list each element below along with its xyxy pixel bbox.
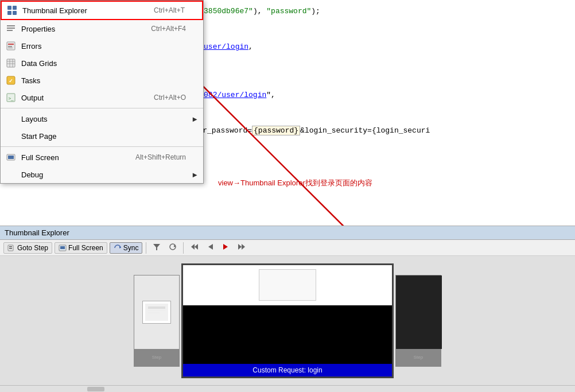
prev-button[interactable] — [204, 242, 217, 254]
filter-icon — [153, 243, 161, 251]
skip-back-button[interactable] — [187, 242, 202, 254]
menu-item-tasks[interactable]: ✓ Tasks — [1, 72, 203, 89]
panel-full-screen-label: Full Screen — [68, 244, 103, 252]
horizontal-scrollbar[interactable] — [0, 385, 575, 392]
toolbar-sep-1 — [146, 242, 146, 254]
menu-item-output[interactable]: >_ Output Ctrl+Alt+O — [1, 89, 203, 106]
panel-toolbar: Goto Step Full Screen Sync — [0, 240, 575, 256]
sync-label: Sync — [123, 244, 139, 252]
fullscreen-icon — [5, 152, 17, 163]
errors-icon — [5, 40, 17, 52]
svg-text:>_: >_ — [8, 96, 14, 101]
svg-marker-30 — [153, 244, 160, 250]
svg-rect-12 — [8, 48, 13, 48]
svg-rect-10 — [8, 44, 14, 45]
thumbnail-area: Step Custom Request: login Step — [0, 256, 575, 385]
annotation-text: view→Thumbnail Explorer找到登录页面的内容 — [218, 178, 372, 188]
svg-rect-25 — [9, 246, 12, 247]
properties-shortcut: Ctrl+Alt+F4 — [151, 25, 186, 33]
play-icon — [222, 243, 229, 251]
svg-rect-2 — [7, 6, 11, 10]
debug-label: Debug — [21, 170, 186, 179]
thumbnail-label: Custom Request: login — [183, 364, 392, 377]
sync-icon — [114, 244, 122, 252]
menu-item-full-screen[interactable]: Full Screen Alt+Shift+Return — [1, 149, 203, 166]
main-thumbnail[interactable]: Custom Request: login — [181, 263, 394, 378]
start-page-label: Start Page — [21, 132, 186, 141]
thumb-mini-right[interactable]: Step — [395, 275, 441, 367]
layouts-icon — [5, 113, 17, 125]
menu-item-properties[interactable]: Properties Ctrl+Alt+F4 — [1, 20, 203, 37]
goto-step-label: Goto Step — [17, 244, 48, 252]
panel-full-screen-button[interactable]: Full Screen — [55, 242, 107, 254]
full-screen-label: Full Screen — [21, 153, 135, 162]
svg-rect-23 — [8, 156, 14, 159]
layouts-label: Layouts — [21, 115, 186, 123]
separator-1 — [1, 108, 203, 108]
menu-item-errors[interactable]: Errors — [1, 37, 203, 55]
full-screen-shortcut: Alt+Shift+Return — [135, 153, 186, 161]
panel-title-bar: Thumbnail Explorer — [0, 226, 575, 240]
thumb-mini-bottom-left: Step — [134, 349, 179, 366]
thumb-mini-inner-left — [142, 301, 171, 324]
menu-item-debug[interactable]: Debug ► — [1, 166, 203, 183]
thumb-mini-top-left — [134, 275, 179, 349]
thumb-mini-left[interactable]: Step — [134, 275, 180, 367]
svg-marker-33 — [195, 244, 198, 250]
errors-label: Errors — [21, 42, 186, 51]
svg-rect-4 — [7, 11, 11, 15]
menu-item-start-page[interactable]: Start Page — [1, 127, 203, 145]
layouts-submenu-arrow: ► — [191, 115, 199, 123]
separator-2 — [1, 146, 203, 147]
svg-rect-5 — [13, 11, 17, 15]
dropdown-menu: Thumbnail Explorer Ctrl+Alt+T Properties… — [0, 0, 204, 184]
start-page-icon — [5, 130, 17, 142]
svg-rect-3 — [13, 6, 17, 10]
thumb-mini-right-content — [396, 275, 442, 349]
svg-rect-11 — [8, 46, 12, 47]
bottom-panel: Thumbnail Explorer Goto Step Full Screen — [0, 226, 575, 392]
filter-button[interactable] — [150, 242, 164, 254]
svg-rect-7 — [7, 28, 15, 29]
properties-icon — [5, 23, 17, 34]
properties-label: Properties — [21, 25, 151, 33]
output-label: Output — [21, 94, 154, 102]
output-shortcut: Ctrl+Alt+O — [154, 94, 186, 102]
svg-rect-40 — [148, 310, 165, 311]
debug-icon — [5, 169, 17, 180]
panel-title: Thumbnail Explorer — [5, 228, 69, 237]
scrollbar-thumb[interactable] — [87, 387, 104, 391]
svg-text:✓: ✓ — [9, 78, 13, 84]
goto-step-button[interactable]: Goto Step — [3, 242, 52, 254]
datagrids-icon — [5, 57, 17, 69]
skip-forward-icon — [237, 243, 246, 251]
svg-marker-37 — [242, 244, 245, 250]
output-icon: >_ — [5, 92, 17, 103]
thumb-white-section — [183, 265, 392, 305]
prev-icon — [207, 243, 214, 251]
svg-rect-39 — [148, 306, 165, 309]
panel-fullscreen-icon — [59, 244, 67, 252]
thumbnail-explorer-shortcut: Ctrl+Alt+T — [154, 6, 185, 14]
thumb-mini-bottom-right: Step — [396, 349, 441, 366]
menu-item-thumbnail-explorer[interactable]: Thumbnail Explorer Ctrl+Alt+T — [1, 1, 203, 20]
svg-rect-6 — [7, 25, 15, 26]
svg-marker-32 — [191, 244, 195, 250]
skip-forward-button[interactable] — [234, 242, 249, 254]
svg-marker-35 — [223, 244, 228, 250]
play-button[interactable] — [219, 242, 232, 254]
debug-submenu-arrow: ► — [191, 170, 199, 179]
refresh-icon — [169, 243, 177, 251]
svg-rect-26 — [9, 248, 12, 249]
menu-item-data-grids[interactable]: Data Grids — [1, 55, 203, 72]
thumbnail-explorer-label: Thumbnail Explorer — [22, 6, 154, 15]
menu-item-layouts[interactable]: Layouts ► — [1, 110, 203, 127]
goto-step-icon — [7, 244, 15, 252]
refresh-button[interactable] — [166, 242, 180, 254]
tasks-icon: ✓ — [5, 75, 17, 86]
sync-button[interactable]: Sync — [110, 242, 143, 254]
svg-marker-36 — [238, 244, 242, 250]
svg-rect-41 — [148, 312, 160, 313]
skip-back-icon — [190, 243, 199, 251]
thumb-inner-content — [259, 269, 316, 301]
